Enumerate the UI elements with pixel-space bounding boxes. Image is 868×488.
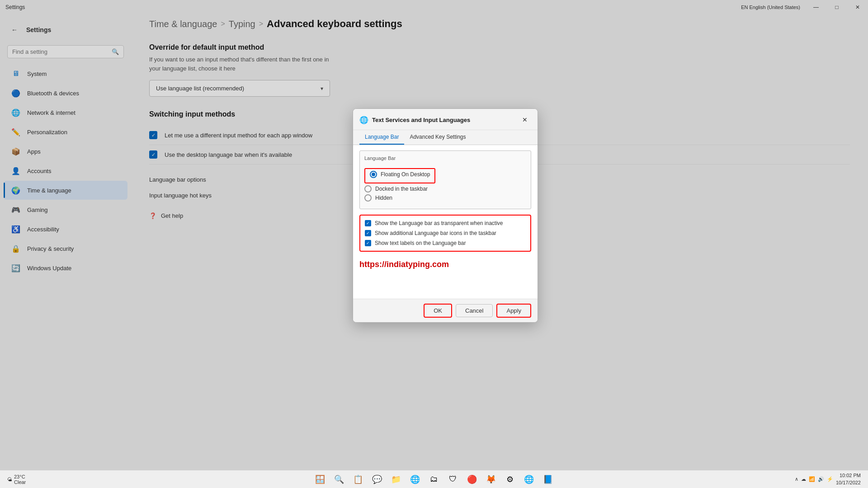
checkbox-transparent-row: ✓ Show the Language bar as transparent w… bbox=[365, 220, 526, 226]
radio-hidden-outer bbox=[364, 194, 372, 202]
wifi-icon[interactable]: 📶 bbox=[809, 476, 815, 482]
checkbox-icons-label: Show additional Language bar icons in th… bbox=[375, 230, 496, 236]
dialog-tabs: Language Bar Advanced Key Settings bbox=[353, 130, 538, 145]
floating-radio-highlight: Floating On Desktop bbox=[364, 168, 435, 183]
dialog-close-button[interactable]: ✕ bbox=[519, 113, 531, 126]
text-services-dialog: 🌐 Text Services and Input Languages ✕ La… bbox=[353, 108, 538, 323]
checkbox-text-labels[interactable]: ✓ bbox=[365, 240, 371, 246]
firefox-button[interactable]: 🦊 bbox=[483, 471, 499, 488]
weather-info: 23°C Clear bbox=[14, 474, 26, 485]
ok-button[interactable]: OK bbox=[424, 304, 452, 318]
radio-floating-label: Floating On Desktop bbox=[381, 171, 430, 178]
promo-url: https://indiatyping.com bbox=[359, 260, 531, 269]
checkbox-options-highlight: ✓ Show the Language bar as transparent w… bbox=[359, 215, 531, 252]
checkbox-icons-row: ✓ Show additional Language bar icons in … bbox=[365, 230, 526, 236]
mcafee-button[interactable]: 🛡 bbox=[445, 471, 461, 488]
taskbar-time[interactable]: 10:02 PM 10/17/2022 bbox=[836, 472, 861, 486]
chrome-button[interactable]: 🌐 bbox=[521, 471, 537, 488]
radio-docked-label: Docked in the taskbar bbox=[375, 186, 428, 192]
dialog-title-left: 🌐 Text Services and Input Languages bbox=[359, 116, 470, 124]
start-button[interactable]: 🪟 bbox=[312, 471, 328, 488]
checkbox-icons[interactable]: ✓ bbox=[365, 230, 371, 236]
dialog-body: Language Bar Floating On Desktop Docked … bbox=[353, 145, 538, 299]
radio-hidden[interactable]: Hidden bbox=[364, 194, 526, 202]
apply-button[interactable]: Apply bbox=[496, 304, 531, 318]
radio-floating-outer bbox=[370, 171, 377, 178]
checkbox-transparent[interactable]: ✓ bbox=[365, 220, 371, 226]
dialog-title-text: Text Services and Input Languages bbox=[372, 117, 470, 123]
chevron-up-icon[interactable]: ∧ bbox=[795, 476, 798, 482]
radio-docked-outer bbox=[364, 185, 372, 192]
language-bar-section: Language Bar Floating On Desktop Docked … bbox=[359, 150, 531, 209]
cancel-button[interactable]: Cancel bbox=[456, 304, 493, 317]
tab-language-bar[interactable]: Language Bar bbox=[359, 130, 404, 145]
edge-button[interactable]: 🌐 bbox=[407, 471, 423, 488]
radio-hidden-label: Hidden bbox=[375, 195, 392, 201]
checkbox-text-labels-label: Show text labels on the Language bar bbox=[375, 240, 466, 246]
onenote-button[interactable]: 📘 bbox=[540, 471, 556, 488]
task-view-button[interactable]: 📋 bbox=[350, 471, 366, 488]
file-explorer-button[interactable]: 📁 bbox=[388, 471, 404, 488]
weather-desc: Clear bbox=[14, 479, 26, 485]
search-taskbar-button[interactable]: 🔍 bbox=[331, 471, 347, 488]
battery-icon[interactable]: ⚡ bbox=[827, 476, 833, 482]
taskbar: 🌤 23°C Clear 🪟 🔍 📋 💬 📁 🌐 🗂 🛡 🔴 🦊 ⚙ 🌐 📘 ∧… bbox=[0, 470, 868, 488]
clock-time: 10:02 PM bbox=[836, 472, 861, 479]
dialog-footer: OK Cancel Apply bbox=[353, 299, 538, 322]
language-bar-label: Language Bar bbox=[364, 155, 526, 161]
radio-docked[interactable]: Docked in the taskbar bbox=[364, 185, 526, 192]
settings-taskbar-button[interactable]: ⚙ bbox=[502, 471, 518, 488]
checkbox-text-labels-row: ✓ Show text labels on the Language bar bbox=[365, 240, 526, 246]
dialog-icon: 🌐 bbox=[359, 116, 368, 124]
weather-temp: 23°C bbox=[14, 474, 26, 479]
radio-floating-inner bbox=[372, 173, 375, 176]
radio-floating[interactable]: Floating On Desktop bbox=[370, 171, 430, 178]
weather-widget[interactable]: 🌤 23°C Clear bbox=[7, 474, 26, 485]
teams-button[interactable]: 💬 bbox=[369, 471, 385, 488]
taskbar-left: 🌤 23°C Clear bbox=[0, 474, 312, 485]
volume-icon[interactable]: 🔊 bbox=[818, 476, 824, 482]
dialog-titlebar: 🌐 Text Services and Input Languages ✕ bbox=[353, 109, 538, 130]
taskbar-center: 🪟 🔍 📋 💬 📁 🌐 🗂 🛡 🔴 🦊 ⚙ 🌐 📘 bbox=[312, 471, 556, 488]
antivirus-button[interactable]: 🔴 bbox=[464, 471, 480, 488]
tab-advanced-key-settings[interactable]: Advanced Key Settings bbox=[404, 130, 471, 145]
cloud-icon[interactable]: ☁ bbox=[801, 476, 806, 482]
office-button[interactable]: 🗂 bbox=[426, 471, 442, 488]
weather-icon: 🌤 bbox=[7, 477, 12, 482]
clock-date: 10/17/2022 bbox=[836, 479, 861, 486]
checkbox-transparent-label: Show the Language bar as transparent whe… bbox=[375, 220, 503, 226]
taskbar-right: ∧ ☁ 📶 🔊 ⚡ 10:02 PM 10/17/2022 bbox=[556, 472, 868, 486]
